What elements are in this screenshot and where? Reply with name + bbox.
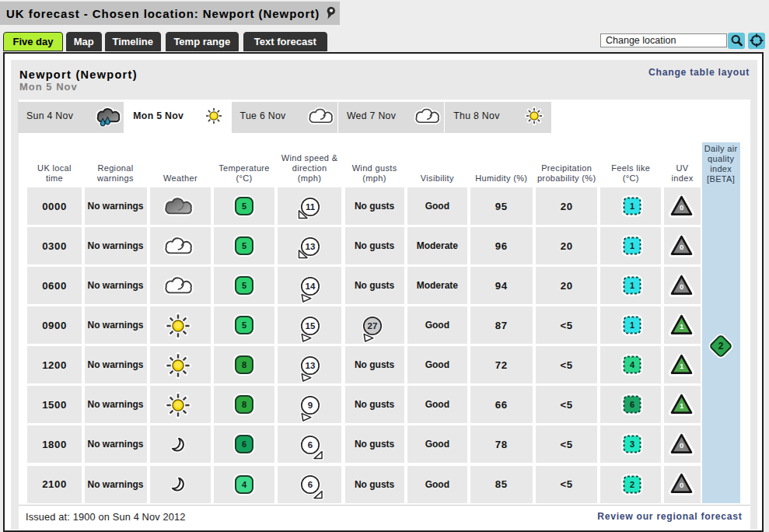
svg-text:1: 1 [630,241,634,250]
svg-text:0: 0 [680,481,683,489]
svg-text:2: 2 [630,480,634,489]
svg-text:4: 4 [630,360,635,369]
svg-text:1: 1 [630,281,634,290]
svg-text:9: 9 [308,401,313,410]
svg-text:0: 0 [680,243,683,251]
svg-text:1: 1 [680,362,684,370]
svg-text:1: 1 [680,401,684,410]
svg-text:6: 6 [630,401,634,410]
svg-text:1: 1 [630,320,634,330]
svg-text:4: 4 [242,480,247,489]
svg-text:5: 5 [242,320,246,330]
svg-text:13: 13 [306,242,316,251]
svg-text:3: 3 [630,440,634,450]
svg-text:27: 27 [368,321,378,331]
svg-text:0: 0 [680,441,683,450]
svg-text:6: 6 [308,480,313,489]
svg-text:5: 5 [242,241,246,250]
svg-text:11: 11 [306,202,316,212]
svg-text:8: 8 [242,360,246,369]
svg-text:5: 5 [242,201,246,211]
svg-text:2: 2 [718,341,724,352]
svg-text:5: 5 [242,281,246,290]
svg-text:0: 0 [680,203,683,212]
svg-text:1: 1 [680,322,684,331]
svg-text:15: 15 [306,321,316,331]
svg-text:13: 13 [306,361,316,370]
svg-text:14: 14 [306,282,316,291]
svg-text:6: 6 [308,440,313,450]
svg-text:8: 8 [242,401,246,410]
svg-text:0: 0 [680,282,683,291]
svg-text:6: 6 [242,440,246,450]
svg-text:1: 1 [630,201,634,211]
